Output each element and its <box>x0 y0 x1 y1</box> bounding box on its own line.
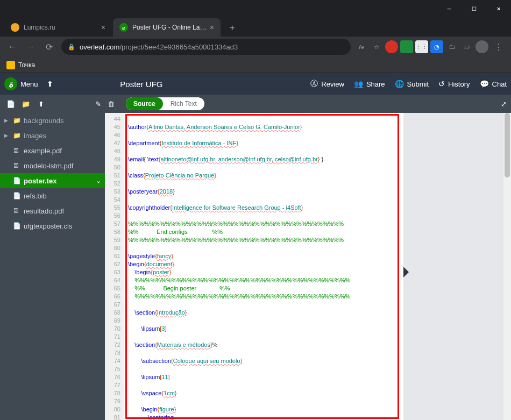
rename-icon[interactable]: ✎ <box>91 97 104 110</box>
file-icon: 🖺 <box>13 207 20 215</box>
file-icon: 🖺 <box>13 162 20 169</box>
file-label: images <box>24 132 46 140</box>
browser-tab-0[interactable]: Lumpics.ru × <box>4 18 112 37</box>
file-label: example.pdf <box>24 147 62 155</box>
tab-close-icon[interactable]: × <box>101 23 105 32</box>
share-icon: 👥 <box>354 80 363 88</box>
source-mode-button[interactable]: Source <box>126 97 163 110</box>
editor[interactable]: 4445464748495051525354555657585960616263… <box>105 113 511 420</box>
tab-strip: Lumpics.ru × ⌀ Poster UFG - Online LaTeX… <box>0 17 511 37</box>
caret-icon: ▶ <box>4 133 10 138</box>
review-button[interactable]: ⒶReview <box>310 79 344 89</box>
file-item[interactable]: 📄ufgtexposter.cls <box>0 218 105 233</box>
url-domain: overleaf.com <box>80 43 119 51</box>
file-icon: 📄 <box>13 177 20 184</box>
code-content[interactable]: \author{Altino Dantas, Anderson Soares e… <box>124 113 403 420</box>
bookmarks-bar: Точка <box>0 57 511 73</box>
browser-tab-1[interactable]: ⌀ Poster UFG - Online LaTeX Editor × <box>113 18 221 37</box>
file-icon: 📄 <box>13 222 20 230</box>
file-label: backgrounds <box>24 117 63 125</box>
extension-icon[interactable]: 🗀 <box>445 40 458 53</box>
submit-icon: 🌐 <box>395 80 404 88</box>
overleaf-header: ة Menu ⬆ Poster UFG ⒶReview 👥Share 🌐Subm… <box>0 73 511 95</box>
file-label: modelo-lstm.pdf <box>24 162 73 170</box>
file-item[interactable]: 📄refs.bib <box>0 188 105 203</box>
file-icon: 🖺 <box>13 147 20 154</box>
new-tab-button[interactable]: + <box>225 20 240 35</box>
share-button[interactable]: 👥Share <box>354 79 385 89</box>
browser-toolbar: ← → ⟳ 🔒 overleaf.com/project/5ee42e93665… <box>0 37 511 57</box>
history-icon: ↺ <box>438 80 445 88</box>
file-item[interactable]: 🖺example.pdf <box>0 143 105 158</box>
editor-mode-toggle: Source Rich Text <box>126 97 204 110</box>
extension-icon[interactable]: ⋮⋮ <box>415 40 428 53</box>
overleaf-main: ▶📁backgrounds▶📁images🖺example.pdf🖺modelo… <box>0 113 511 420</box>
bookmark-label: Точка <box>18 61 35 69</box>
lock-icon: 🔒 <box>68 44 75 51</box>
header-actions: ⒶReview 👥Share 🌐Submit ↺History 💬Chat <box>310 79 507 89</box>
maximize-button[interactable]: ☐ <box>462 0 486 17</box>
file-label: refs.bib <box>24 192 47 200</box>
folder-item[interactable]: ▶📁backgrounds <box>0 113 105 128</box>
extension-icon[interactable]: ≡♪ <box>460 40 473 53</box>
avatar-icon[interactable] <box>475 40 488 53</box>
overleaf-toolbar: 📄 📁 ⬆ ✎ 🗑 Source Rich Text ⤢ <box>0 95 511 113</box>
review-icon: Ⓐ <box>310 79 318 89</box>
minimize-button[interactable]: ─ <box>437 0 462 17</box>
forward-button[interactable]: → <box>23 39 39 55</box>
file-label: poster.tex <box>24 177 56 185</box>
tab-close-icon[interactable]: × <box>210 23 214 32</box>
translate-icon[interactable]: 🗛 <box>355 40 368 53</box>
menu-button[interactable]: ⋮ <box>491 39 507 55</box>
folder-icon <box>6 61 15 69</box>
close-button[interactable]: ✕ <box>486 0 511 17</box>
line-gutter: 4445464748495051525354555657585960616263… <box>105 113 124 420</box>
chat-icon: 💬 <box>480 80 489 88</box>
tab-label: Lumpics.ru <box>24 24 98 31</box>
file-label: resultado.pdf <box>24 207 64 215</box>
file-icon: 📄 <box>13 192 20 200</box>
rich-text-mode-button[interactable]: Rich Text <box>163 97 204 110</box>
chevron-down-icon[interactable]: ⌄ <box>96 178 101 184</box>
pdf-collapsed-panel[interactable] <box>403 113 511 420</box>
extension-icon[interactable] <box>385 40 398 53</box>
file-tree-actions: 📄 📁 ⬆ <box>4 97 47 110</box>
new-folder-icon[interactable]: 📁 <box>19 97 32 110</box>
file-item[interactable]: 🖺resultado.pdf <box>0 203 105 218</box>
folder-item[interactable]: ▶📁images <box>0 128 105 143</box>
folder-icon: 📁 <box>13 132 20 139</box>
delete-icon[interactable]: 🗑 <box>104 97 117 110</box>
url-path: /project/5ee42e936654a50001334ad3 <box>119 43 238 51</box>
tab-label: Poster UFG - Online LaTeX Editor <box>132 24 207 31</box>
address-bar[interactable]: 🔒 overleaf.com/project/5ee42e936654a5000… <box>61 39 351 55</box>
expand-icon[interactable]: ⤢ <box>501 100 507 108</box>
project-title: Poster UFG <box>0 80 310 89</box>
scrollbar-thumb[interactable] <box>505 113 510 177</box>
reload-button[interactable]: ⟳ <box>41 39 57 55</box>
bookmark-item[interactable]: Точка <box>6 61 35 69</box>
back-button[interactable]: ← <box>4 39 20 55</box>
file-item[interactable]: 📄poster.tex⌄ <box>0 173 105 188</box>
file-item[interactable]: 🖺modelo-lstm.pdf <box>0 158 105 173</box>
favicon-icon: ⌀ <box>119 23 128 32</box>
folder-icon: 📁 <box>13 117 20 124</box>
favicon-icon <box>11 23 19 32</box>
submit-button[interactable]: 🌐Submit <box>395 79 429 89</box>
file-tree: ▶📁backgrounds▶📁images🖺example.pdf🖺modelo… <box>0 113 105 420</box>
upload-icon[interactable]: ⬆ <box>34 97 47 110</box>
history-button[interactable]: ↺History <box>438 79 470 89</box>
new-file-icon[interactable]: 📄 <box>4 97 17 110</box>
star-icon[interactable]: ☆ <box>370 40 383 53</box>
caret-icon: ▶ <box>4 118 10 123</box>
window-titlebar: ─ ☐ ✕ <box>0 0 511 17</box>
scrollbar[interactable] <box>503 113 511 420</box>
extension-icon[interactable] <box>400 40 413 53</box>
file-label: ufgtexposter.cls <box>24 222 72 230</box>
extension-icon[interactable]: ◔ <box>430 40 443 53</box>
chat-button[interactable]: 💬Chat <box>480 79 507 89</box>
